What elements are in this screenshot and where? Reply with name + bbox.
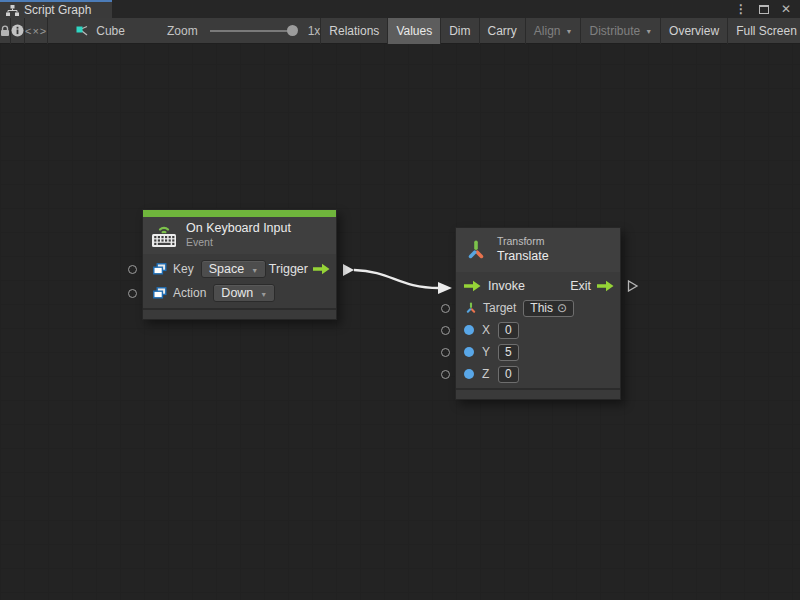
full-screen-button[interactable]: Full Screen [727,18,800,44]
y-value: 5 [505,345,512,359]
maximize-icon[interactable] [759,5,769,14]
close-icon[interactable]: ✕ [781,2,791,16]
zoom-slider[interactable] [210,30,296,32]
event-node-on-keyboard-input[interactable]: On Keyboard Input Event Key Space ▼ Trig… [142,209,337,320]
exit-label: Exit [570,279,591,293]
values-button[interactable]: Values [387,18,440,44]
zoom-slider-handle[interactable] [287,25,298,36]
info-icon [11,24,24,37]
y-value-field[interactable]: 5 [498,344,519,361]
unit-node-transform-translate[interactable]: Transform Translate Invoke Exit [455,227,621,400]
y-port[interactable] [441,348,450,357]
chevron-down-icon: ▼ [645,26,652,35]
literal-value-icon [153,263,167,275]
values-label: Values [396,24,432,38]
z-value: 0 [505,367,512,381]
zoom-label: Zoom [167,24,198,38]
window-menu-icon[interactable]: ⋮ [735,2,747,16]
action-input-row: Action Down ▼ [143,282,336,304]
wire-source-triangle [343,264,354,276]
dim-label: Dim [449,24,470,38]
unit-node-group: Transform [497,235,549,249]
carry-button[interactable]: Carry [479,18,525,44]
key-input-port[interactable] [128,265,137,274]
overview-button[interactable]: Overview [660,18,727,44]
target-value: This [530,301,553,315]
unit-node-title: Translate [497,249,549,265]
action-dropdown[interactable]: Down ▼ [213,284,275,302]
event-node-titles: On Keyboard Input Event [186,221,291,250]
align-label: Align [534,24,561,38]
y-row: Y 5 [456,341,620,363]
wire-path [354,270,439,288]
invoke-flow-arrow-icon[interactable] [464,280,481,292]
x-row: X 0 [456,319,620,341]
unit-node-footer [456,390,620,399]
number-value-icon [464,347,474,357]
zoom-control: Zoom 1x [167,24,320,38]
graph-hierarchy-icon [6,5,19,16]
x-value-field[interactable]: 0 [498,322,519,339]
relations-button[interactable]: Relations [320,18,387,44]
chevron-down-icon: ▼ [251,265,258,274]
key-input-row: Key Space ▼ Trigger [143,258,336,280]
action-input-port[interactable] [128,289,137,298]
event-node-title: On Keyboard Input [186,221,291,237]
z-value-field[interactable]: 0 [498,366,519,383]
action-dropdown-value: Down [221,286,253,300]
unit-node-body: Invoke Exit Target This [456,272,620,388]
number-value-icon [464,369,474,379]
script-graph-window: { "window": { "tab": "Script Graph" }, "… [0,0,800,600]
overview-label: Overview [669,24,719,38]
graph-reference[interactable]: Cube [76,24,125,38]
carry-label: Carry [488,24,517,38]
key-dropdown[interactable]: Space ▼ [201,260,266,278]
number-value-icon [464,325,474,335]
exit-port-triangle[interactable] [627,280,639,292]
target-row: Target This ⊙ [456,297,620,319]
graph-toolbar: <×> Cube Zoom 1x Relations Values Dim Ca… [0,18,800,44]
target-value-field[interactable]: This ⊙ [523,300,574,317]
dim-button[interactable]: Dim [440,18,478,44]
wire-arrowhead [438,282,452,294]
chevron-down-icon: ▼ [566,26,573,35]
event-node-subtitle: Event [186,236,291,250]
code-view-button[interactable]: <×> [25,18,48,44]
lock-icon [0,25,10,37]
key-label: Key [173,262,194,276]
invoke-row: Invoke Exit [456,275,620,297]
tab-title: Script Graph [24,3,91,17]
y-label: Y [482,345,492,359]
exit-flow-arrow-icon[interactable] [597,280,614,292]
event-node-header[interactable]: On Keyboard Input Event [143,217,336,254]
z-label: Z [482,367,492,381]
x-port[interactable] [441,326,450,335]
z-row: Z 0 [456,363,620,385]
distribute-button[interactable]: Distribute ▼ [580,18,660,44]
connection-wire[interactable] [0,44,800,600]
zoom-value: 1x [308,24,321,38]
target-label: Target [483,301,516,315]
info-button[interactable] [11,18,25,44]
unit-node-header[interactable]: Transform Translate [456,228,620,272]
target-port[interactable] [441,304,450,313]
keyboard-icon [151,224,177,248]
object-picker-icon: ⊙ [557,302,567,314]
full-screen-label: Full Screen [736,24,797,38]
action-label: Action [173,286,206,300]
z-port[interactable] [441,370,450,379]
chevron-down-icon: ▼ [260,289,267,298]
lock-button[interactable] [0,18,11,44]
x-value: 0 [505,323,512,337]
event-node-footer [143,310,336,319]
event-node-body: Key Space ▼ Trigger Action [143,254,336,308]
trigger-flow-arrow-icon[interactable] [313,263,330,275]
align-button[interactable]: Align ▼ [525,18,581,44]
transform-mini-icon [464,301,478,315]
trigger-label: Trigger [269,262,308,276]
tab-script-graph[interactable]: Script Graph [0,0,112,18]
window-controls: ⋮ ✕ [735,0,800,18]
key-dropdown-value: Space [209,262,244,276]
graph-canvas[interactable]: On Keyboard Input Event Key Space ▼ Trig… [0,44,800,600]
relations-label: Relations [329,24,379,38]
